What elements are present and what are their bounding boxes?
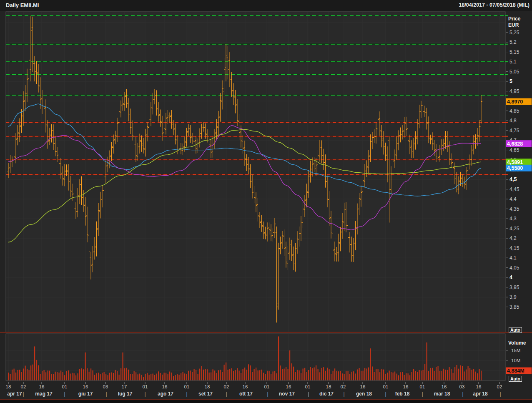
time-axis-month-label: mag 17 — [35, 391, 53, 397]
bottom-separator — [0, 399, 532, 400]
time-axis-month-separator: | — [385, 391, 386, 397]
svg-text:4,5580: 4,5580 — [507, 165, 523, 171]
price-axis-tick-label: 4,15 — [509, 245, 519, 251]
price-axis-tick-label: 3,9 — [509, 294, 517, 300]
price-axis-tick-label: 4,8 — [509, 118, 517, 123]
price-axis-tick-label: 4,1 — [509, 255, 517, 261]
price-axis-tick-label: 4,35 — [509, 206, 519, 212]
time-axis-month-label: giu 17 — [78, 391, 93, 397]
ma-magenta-badge: 4,6828 — [506, 140, 532, 147]
time-axis-month-label: set 17 — [198, 391, 213, 397]
time-axis-day-label: 16 — [442, 384, 447, 389]
time-axis-day-label: 16 — [476, 384, 482, 389]
time-axis-day-label: 16 — [243, 384, 248, 389]
time-axis-month-label: mar 18 — [434, 391, 450, 397]
price-axis-tick-label: 4,05 — [509, 265, 519, 271]
ma-blue-badge: 4,5580 — [506, 165, 532, 171]
svg-text:4,6828: 4,6828 — [507, 141, 523, 147]
price-axis-tick-label: 4,45 — [509, 186, 519, 192]
price-axis-tick-label: 4,2 — [509, 235, 517, 241]
svg-text:4,5891: 4,5891 — [507, 159, 523, 165]
time-axis-day-label: 16 — [286, 384, 291, 389]
time-axis-month-separator: | — [308, 391, 309, 397]
price-axis-tick-label: 5,05 — [509, 69, 519, 75]
volume-axis-tick-label: 15M — [511, 348, 520, 353]
price-axis-tick-label: 5,1 — [509, 59, 517, 65]
svg-text:4,884M: 4,884M — [507, 368, 524, 374]
time-axis-month-separator: | — [64, 391, 65, 397]
price-axis-tick-label: 5,15 — [509, 49, 519, 55]
price-axis-tick-label: 4,4 — [509, 196, 517, 202]
time-axis-day-label: 17 — [122, 384, 127, 389]
time-axis-day-label: 02 — [21, 384, 26, 389]
time-axis-day-label: 16 — [39, 384, 45, 389]
chart-window: Daily EMII.MI 18/04/2017 - 07/05/2018 (M… — [0, 0, 532, 403]
time-axis-day-label: 16 — [360, 384, 366, 389]
price-axis-title-line1: Price — [508, 16, 520, 22]
price-axis-tick-label: 4,65 — [509, 147, 519, 153]
time-axis-month-label: apr 17 — [7, 391, 22, 397]
time-axis-day-label: 01 — [420, 384, 425, 389]
time-axis-month-separator: | — [144, 391, 146, 397]
volume-badge: 4,884M — [506, 368, 532, 374]
price-auto-button[interactable]: Auto — [509, 327, 522, 333]
price-axis-tick-label: 3,85 — [509, 304, 519, 310]
time-axis-day-label: 16 — [162, 384, 168, 389]
time-axis-month-separator: | — [499, 391, 501, 397]
price-axis-tick-label: 4 — [509, 275, 512, 280]
time-axis-month-label: gen 18 — [356, 391, 372, 397]
price-axis-tick-label: 4,75 — [509, 128, 519, 133]
time-axis-day-label: 02 — [341, 384, 346, 389]
time-axis-month-separator: | — [462, 391, 463, 397]
time-axis-month-separator: | — [267, 391, 268, 397]
panel-separator[interactable] — [0, 332, 532, 333]
time-axis-month-label: ott 17 — [239, 391, 253, 397]
time-axis-day-label: 03 — [459, 384, 465, 389]
price-axis-tick-label: 3,95 — [509, 285, 519, 290]
price-axis-tick-label: 5,2 — [509, 39, 517, 45]
price-axis-tick-label: 4,95 — [509, 88, 519, 94]
time-axis-month-label: ago 17 — [158, 391, 173, 397]
time-axis-month-label: lug 17 — [118, 391, 133, 397]
volume-axis-tick-label: 10M — [511, 358, 520, 363]
time-axis-month-separator: | — [23, 391, 24, 397]
price-axis-tick-label: 4,85 — [509, 108, 519, 114]
time-axis-day-label: 03 — [103, 384, 108, 389]
time-axis-day-label: 18 — [326, 384, 331, 389]
time-axis-month-label: dic 17 — [319, 391, 334, 397]
time-axis-day-label: 01 — [264, 384, 270, 389]
price-axis-tick-label: 4,5 — [509, 176, 517, 182]
price-axis-title-line2: EUR — [508, 22, 520, 28]
time-axis-day-label: 18 — [6, 384, 11, 389]
price-axis-tick-label: 5,25 — [509, 30, 519, 35]
price-axis-tick-label: 5 — [509, 78, 512, 84]
time-axis-month-label: apr 18 — [473, 391, 488, 397]
last-price-badge: 4,8970 — [506, 98, 532, 105]
chart-canvas[interactable]: 5,255,25,155,15,0554,954,94,854,84,754,7… — [0, 0, 532, 403]
price-axis-tick-label: 4,25 — [509, 226, 519, 232]
time-axis-month-separator: | — [105, 391, 107, 397]
time-axis-month-label: feb 18 — [395, 391, 410, 397]
volume-axis-title: Volume — [508, 340, 526, 346]
time-axis-month-separator: | — [186, 391, 187, 397]
time-axis-month-separator: | — [343, 391, 344, 397]
svg-text:4,8970: 4,8970 — [507, 99, 523, 105]
time-axis-day-label: 18 — [205, 384, 210, 389]
time-axis-day-label: 02 — [497, 384, 502, 389]
volume-auto-button[interactable]: Auto — [509, 376, 522, 382]
time-axis-day-label: 01 — [62, 384, 68, 389]
time-axis-day-label: 16 — [83, 384, 88, 389]
time-axis-day-label: 01 — [184, 384, 190, 389]
time-axis-day-label: 01 — [305, 384, 311, 389]
time-axis-day-label: 01 — [143, 384, 148, 389]
price-axis-title: Price EUR — [508, 16, 520, 28]
time-axis-day-label: 02 — [224, 384, 229, 389]
time-axis-month-separator: | — [422, 391, 423, 397]
time-axis-month-label: nov 17 — [279, 391, 295, 397]
time-axis-day-label: 16 — [403, 384, 409, 389]
price-axis-tick-label: 4,3 — [509, 216, 517, 222]
ma-green-badge: 4,5891 — [506, 159, 532, 165]
time-axis-day-label: 01 — [383, 384, 389, 389]
time-axis-month-separator: | — [226, 391, 227, 397]
